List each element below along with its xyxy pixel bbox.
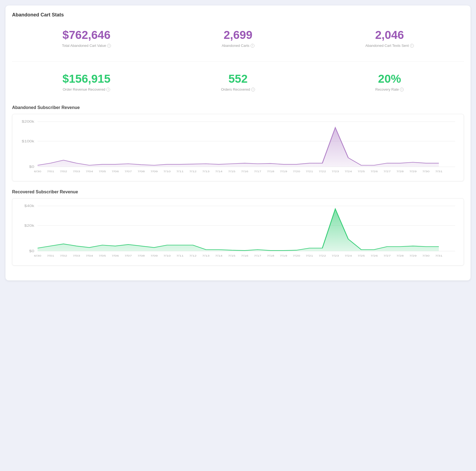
- svg-marker-6: [38, 128, 439, 167]
- svg-text:7/03: 7/03: [73, 254, 80, 257]
- stat-label-abandoned-carts: Abandoned Carts i: [166, 44, 309, 48]
- svg-text:6/30: 6/30: [34, 170, 41, 173]
- stats-divider: [12, 61, 464, 62]
- svg-text:7/28: 7/28: [396, 170, 404, 173]
- svg-text:7/26: 7/26: [371, 254, 378, 257]
- recovered-chart-title: Recovered Subscriber Revenue: [12, 189, 464, 194]
- svg-text:7/29: 7/29: [409, 170, 417, 173]
- svg-text:7/09: 7/09: [150, 170, 158, 173]
- svg-text:7/16: 7/16: [241, 254, 248, 257]
- recovered-chart-container: $40k $20k $0 6/30 7/01 7/02 7/03 7/04: [17, 203, 459, 263]
- svg-text:7/12: 7/12: [189, 170, 197, 173]
- svg-text:7/26: 7/26: [371, 170, 378, 173]
- info-icon-total-abandoned[interactable]: i: [107, 44, 111, 48]
- svg-text:$40k: $40k: [24, 204, 35, 208]
- svg-text:7/01: 7/01: [47, 170, 54, 173]
- svg-text:7/16: 7/16: [241, 170, 248, 173]
- abandoned-chart-svg: $200k $100k $0 6/30 7/01 7/02 7/: [17, 119, 459, 179]
- stat-revenue-recovered: $156,915 Order Revenue Recovered i: [12, 67, 161, 97]
- svg-text:7/25: 7/25: [357, 254, 365, 257]
- svg-text:$200k: $200k: [22, 120, 34, 124]
- svg-text:7/20: 7/20: [293, 254, 300, 257]
- info-icon-abandoned-carts[interactable]: i: [251, 44, 254, 48]
- info-icon-revenue-recovered[interactable]: i: [106, 88, 110, 91]
- svg-text:$20k: $20k: [24, 224, 35, 228]
- abandoned-chart-title: Abandoned Subscriber Revenue: [12, 105, 464, 110]
- svg-text:7/31: 7/31: [435, 254, 443, 257]
- svg-text:7/30: 7/30: [422, 254, 430, 257]
- svg-text:$0: $0: [29, 165, 34, 169]
- svg-text:7/13: 7/13: [202, 170, 210, 173]
- svg-text:7/22: 7/22: [319, 170, 326, 173]
- svg-text:7/21: 7/21: [306, 170, 313, 173]
- info-icon-recovery-rate[interactable]: i: [400, 88, 404, 91]
- svg-text:7/15: 7/15: [228, 254, 236, 257]
- stat-label-orders-recovered: Orders Recovered i: [166, 87, 309, 91]
- svg-text:7/07: 7/07: [125, 254, 132, 257]
- svg-text:7/19: 7/19: [280, 170, 287, 173]
- svg-text:7/11: 7/11: [176, 170, 184, 173]
- stat-recovery-rate: 20% Recovery Rate i: [315, 67, 464, 97]
- svg-text:7/05: 7/05: [99, 254, 106, 257]
- svg-text:7/17: 7/17: [254, 170, 261, 173]
- svg-text:7/08: 7/08: [137, 170, 145, 173]
- stat-label-total-abandoned: Total Abandoned Cart Value i: [15, 44, 158, 48]
- recovered-chart-svg: $40k $20k $0 6/30 7/01 7/02 7/03 7/04: [17, 203, 459, 263]
- stat-value-orders-recovered: 552: [166, 73, 309, 85]
- svg-text:7/17: 7/17: [254, 254, 261, 257]
- svg-text:7/06: 7/06: [111, 254, 119, 257]
- svg-text:7/25: 7/25: [357, 170, 365, 173]
- svg-text:7/28: 7/28: [396, 254, 404, 257]
- svg-text:7/13: 7/13: [202, 254, 210, 257]
- svg-text:7/09: 7/09: [150, 254, 158, 257]
- svg-text:7/01: 7/01: [47, 254, 54, 257]
- svg-text:7/29: 7/29: [409, 254, 417, 257]
- stat-texts-sent: 2,046 Abandoned Cart Texts Sent i: [315, 23, 464, 53]
- svg-text:7/18: 7/18: [267, 170, 274, 173]
- svg-text:7/06: 7/06: [111, 170, 119, 173]
- svg-text:6/30: 6/30: [34, 254, 41, 257]
- stats-row-1: $762,646 Total Abandoned Cart Value i 2,…: [12, 23, 464, 53]
- stat-abandoned-carts: 2,699 Abandoned Carts i: [164, 23, 312, 53]
- svg-text:7/27: 7/27: [383, 170, 391, 173]
- svg-text:7/05: 7/05: [99, 170, 106, 173]
- stat-label-revenue-recovered: Order Revenue Recovered i: [15, 87, 158, 91]
- svg-text:7/31: 7/31: [435, 170, 443, 173]
- recovered-chart-card: $40k $20k $0 6/30 7/01 7/02 7/03 7/04: [12, 198, 464, 266]
- svg-text:7/22: 7/22: [319, 254, 326, 257]
- abandoned-chart-container: $200k $100k $0 6/30 7/01 7/02 7/: [17, 119, 459, 179]
- stats-row-2: $156,915 Order Revenue Recovered i 552 O…: [12, 67, 464, 97]
- svg-text:$0: $0: [29, 249, 34, 253]
- svg-text:7/24: 7/24: [345, 254, 352, 257]
- abandoned-chart-card: $200k $100k $0 6/30 7/01 7/02 7/: [12, 114, 464, 181]
- svg-text:7/07: 7/07: [125, 170, 132, 173]
- info-icon-orders-recovered[interactable]: i: [251, 88, 255, 91]
- stat-label-texts-sent: Abandoned Cart Texts Sent i: [318, 44, 461, 48]
- stat-total-abandoned-value: $762,646 Total Abandoned Cart Value i: [12, 23, 161, 53]
- stat-value-total-abandoned: $762,646: [15, 29, 158, 41]
- svg-text:7/02: 7/02: [60, 254, 67, 257]
- stat-value-texts-sent: 2,046: [318, 29, 461, 41]
- main-card: Abandoned Cart Stats $762,646 Total Aban…: [5, 5, 471, 280]
- svg-text:7/30: 7/30: [422, 170, 430, 173]
- svg-marker-45: [38, 209, 439, 251]
- svg-text:7/23: 7/23: [332, 170, 339, 173]
- svg-text:7/18: 7/18: [267, 254, 274, 257]
- svg-text:7/23: 7/23: [332, 254, 339, 257]
- svg-text:7/20: 7/20: [293, 170, 300, 173]
- svg-text:7/14: 7/14: [215, 254, 223, 257]
- svg-text:7/08: 7/08: [137, 254, 145, 257]
- svg-text:7/21: 7/21: [306, 254, 313, 257]
- svg-text:$100k: $100k: [22, 140, 34, 143]
- svg-text:7/03: 7/03: [73, 170, 80, 173]
- svg-text:7/10: 7/10: [163, 254, 171, 257]
- stat-label-recovery-rate: Recovery Rate i: [318, 87, 461, 91]
- svg-text:7/10: 7/10: [163, 170, 171, 173]
- svg-text:7/11: 7/11: [176, 254, 184, 257]
- stat-value-abandoned-carts: 2,699: [166, 29, 309, 41]
- info-icon-texts-sent[interactable]: i: [410, 44, 414, 48]
- stat-value-revenue-recovered: $156,915: [15, 73, 158, 85]
- svg-text:7/24: 7/24: [345, 170, 352, 173]
- page-title: Abandoned Cart Stats: [12, 12, 464, 18]
- svg-text:7/02: 7/02: [60, 170, 67, 173]
